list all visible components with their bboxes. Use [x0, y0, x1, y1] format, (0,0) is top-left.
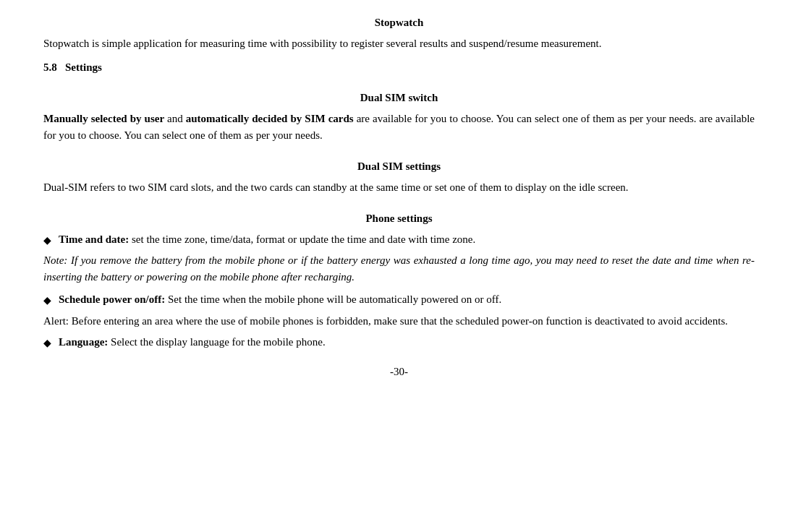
manually-selected-text: Manually selected by user [43, 113, 164, 124]
auto-decided-text: automatically decided by SIM cards [186, 113, 354, 124]
stopwatch-body: Stopwatch is simple application for meas… [43, 35, 755, 52]
settings-heading: 5.8 Settings [43, 59, 755, 76]
bullet-time-and-date: ◆ Time and date: set the time zone, time… [43, 231, 755, 248]
diamond-icon-3: ◆ [43, 335, 51, 351]
alert-text: Alert: Before entering an area where the… [43, 313, 755, 330]
diamond-icon-2: ◆ [43, 293, 51, 308]
phone-settings-heading: Phone settings [43, 210, 755, 227]
page-number: -30- [43, 364, 755, 380]
bullet3-label: Language: [59, 336, 108, 348]
bullet1-content: Time and date: set the time zone, time/d… [59, 231, 755, 248]
settings-heading-text: 5.8 Settings [43, 61, 102, 73]
diamond-icon-1: ◆ [43, 233, 51, 248]
bullet1-label: Time and date: [59, 233, 129, 245]
bullet1-text: set the time zone, time/data, format or … [129, 233, 475, 245]
bullet3-content: Language: Select the display language fo… [59, 334, 755, 351]
bullet3-text: Select the display language for the mobi… [108, 336, 325, 348]
dual-sim-switch-heading: Dual SIM switch [43, 90, 755, 106]
bullet2-content: Schedule power on/off: Set the time when… [59, 291, 755, 308]
stopwatch-heading: Stopwatch [43, 14, 755, 31]
and-text: and [164, 113, 186, 124]
bullet2-text: Set the time when the mobile phone will … [165, 293, 501, 305]
dual-sim-switch-body: Manually selected by user and automatica… [43, 111, 755, 145]
bullet-schedule-power: ◆ Schedule power on/off: Set the time wh… [43, 291, 755, 308]
dual-sim-settings-heading: Dual SIM settings [43, 158, 755, 175]
bullet2-label: Schedule power on/off: [59, 293, 165, 305]
dual-sim-body-post: are available for you to choose. You can… [354, 113, 697, 124]
note-text: Note: If you remove the battery from the… [43, 252, 755, 286]
bullet-language: ◆ Language: Select the display language … [43, 334, 755, 351]
dual-sim-settings-body: Dual-SIM refers to two SIM card slots, a… [43, 179, 755, 196]
